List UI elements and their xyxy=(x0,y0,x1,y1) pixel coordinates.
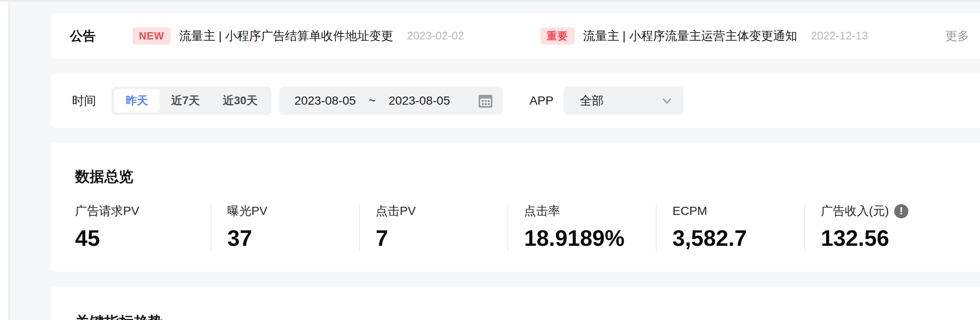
metric-value: 3,582.7 xyxy=(672,225,804,251)
announcement-item[interactable]: NEW 流量主 | 小程序广告结算单收件地址变更 2023-02-02 xyxy=(133,27,464,45)
announcement-date: 2023-02-02 xyxy=(407,29,464,42)
metric-value: 18.9189% xyxy=(524,225,656,251)
new-badge: NEW xyxy=(133,27,171,45)
metric-ad-revenue: 广告收入(元) ! 132.56 xyxy=(804,204,908,251)
metric-click-rate: 点击率 18.9189% xyxy=(507,204,656,251)
time-range-group: 昨天 近7天 近30天 xyxy=(112,87,271,115)
more-announcements-link[interactable]: 更多 xyxy=(945,28,969,44)
announcement-date: 2022-12-13 xyxy=(811,29,868,42)
data-overview-card: 数据总览 广告请求PV 45 曝光PV 37 点击PV 7 点击率 18.918… xyxy=(51,143,980,272)
announcement-link[interactable]: 流量主 | 小程序流量主运营主体变更通知 xyxy=(583,28,797,44)
metric-value: 37 xyxy=(227,225,359,251)
filter-bar: 时间 昨天 近7天 近30天 2023-08-05 ~ 2023-08-05 A… xyxy=(51,73,980,128)
metric-impression-pv: 曝光PV 37 xyxy=(211,204,359,251)
trend-card: 关键指标趋势 xyxy=(51,287,980,320)
metric-label: 点击率 xyxy=(524,204,656,218)
app-filter-label: APP xyxy=(529,94,553,108)
top-divider xyxy=(0,0,980,2)
metric-label: 广告收入(元) ! xyxy=(821,204,908,218)
metric-ecpm: ECPM 3,582.7 xyxy=(656,204,804,251)
trend-section-title: 关键指标趋势 xyxy=(75,312,980,320)
announcement-link[interactable]: 流量主 | 小程序广告结算单收件地址变更 xyxy=(179,28,393,44)
date-range-picker[interactable]: 2023-08-05 ~ 2023-08-05 xyxy=(279,87,503,115)
metric-label: 曝光PV xyxy=(227,204,359,218)
time-filter-label: 时间 xyxy=(72,93,96,109)
metric-label: 点击PV xyxy=(376,204,507,218)
app-select-dropdown[interactable]: 全部 xyxy=(564,87,684,115)
date-range-separator: ~ xyxy=(369,94,376,108)
important-badge: 重要 xyxy=(540,27,575,45)
date-start-value[interactable]: 2023-08-05 xyxy=(294,94,356,108)
range-7days-button[interactable]: 近7天 xyxy=(160,89,211,112)
date-end-value[interactable]: 2023-08-05 xyxy=(389,94,450,108)
calendar-icon[interactable] xyxy=(478,93,493,109)
metric-value: 7 xyxy=(376,225,507,251)
announcement-bar: 公告 NEW 流量主 | 小程序广告结算单收件地址变更 2023-02-02 重… xyxy=(51,13,980,59)
range-yesterday-button[interactable]: 昨天 xyxy=(114,89,160,112)
metric-label: 广告请求PV xyxy=(75,204,211,218)
metric-label-text: 广告收入(元) xyxy=(821,204,889,218)
metric-label: ECPM xyxy=(672,204,804,218)
metric-value: 45 xyxy=(75,225,211,251)
metrics-row: 广告请求PV 45 曝光PV 37 点击PV 7 点击率 18.9189% EC… xyxy=(75,204,980,251)
overview-section-title: 数据总览 xyxy=(75,167,980,186)
metric-ad-request-pv: 广告请求PV 45 xyxy=(75,204,211,251)
app-select-value: 全部 xyxy=(579,93,603,109)
announcement-title: 公告 xyxy=(70,27,96,45)
info-icon[interactable]: ! xyxy=(894,204,908,218)
announcement-item[interactable]: 重要 流量主 | 小程序流量主运营主体变更通知 2022-12-13 xyxy=(540,27,868,45)
range-30days-button[interactable]: 近30天 xyxy=(211,89,269,112)
metric-click-pv: 点击PV 7 xyxy=(359,204,507,251)
chevron-down-icon xyxy=(660,94,673,107)
metric-value: 132.56 xyxy=(821,225,908,251)
